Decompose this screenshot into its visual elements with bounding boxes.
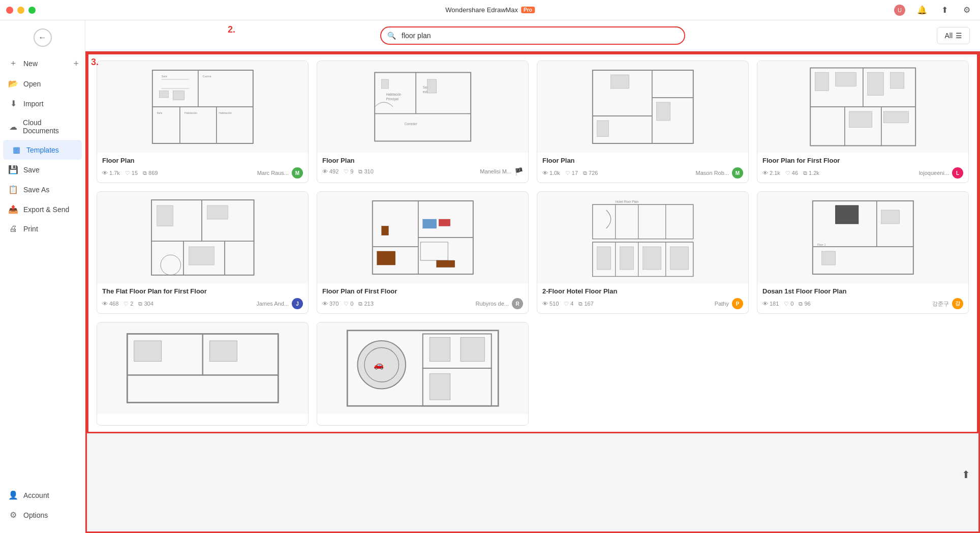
template-card-8[interactable]: Floor 1 Dosan 1st Floor Floor Plan 👁 181…: [757, 191, 969, 314]
sidebar: ← ＋ New + 📂 Open ⬇ Import ☁ Cloud Docume…: [0, 20, 85, 533]
share-icon[interactable]: ⬆: [937, 3, 952, 17]
app-title: Wondershare EdrawMax: [445, 6, 518, 14]
author-7: Pathy P: [715, 298, 743, 309]
sidebar-item-save-as[interactable]: 📋 Save As: [0, 180, 85, 199]
sidebar-item-import[interactable]: ⬇ Import: [0, 94, 85, 113]
template-title-7: 2-Floor Hotel Floor Plan: [542, 287, 743, 295]
template-info-10: [317, 414, 528, 425]
svg-rect-42: [815, 73, 829, 91]
template-meta-4: 👁 2.1k ♡ 46 ⧉ 1.2k lojoqueeni... L: [762, 167, 963, 179]
export-icon: 📤: [8, 204, 18, 214]
sidebar-item-print[interactable]: 🖨 Print: [0, 219, 85, 239]
template-thumb-6: [317, 192, 528, 283]
filter-button[interactable]: All ☰: [937, 27, 970, 44]
svg-text:🚗: 🚗: [373, 360, 384, 370]
template-thumb-10: 🚗: [317, 322, 528, 414]
svg-rect-66: [377, 251, 395, 265]
new-icon: ＋: [8, 58, 18, 69]
template-thumb-2: Habitación Principal Sala de estar Corre…: [317, 61, 528, 153]
user-avatar-icon[interactable]: U: [893, 3, 907, 17]
sidebar-print-label: Print: [23, 225, 38, 233]
scroll-up-button[interactable]: ⬆: [962, 468, 970, 481]
svg-rect-46: [849, 111, 872, 128]
search-wrapper: 🔍: [380, 26, 685, 45]
sidebar-item-new[interactable]: ＋ New +: [0, 53, 85, 74]
template-card-10[interactable]: 🚗: [317, 322, 529, 426]
sidebar-item-options[interactable]: ⚙ Options: [0, 505, 85, 525]
cloud-icon: ☁: [8, 122, 18, 132]
sidebar-item-account[interactable]: 👤 Account: [0, 485, 85, 505]
minimize-button[interactable]: [17, 7, 24, 14]
views-stat-1: 👁 1.7k: [102, 170, 120, 176]
sidebar-item-cloud[interactable]: ☁ Cloud Documents: [0, 113, 85, 140]
search-input[interactable]: [380, 26, 685, 45]
app-body: ← ＋ New + 📂 Open ⬇ Import ☁ Cloud Docume…: [0, 20, 980, 533]
avatar-3: M: [732, 167, 743, 179]
notification-icon[interactable]: 🔔: [915, 3, 929, 17]
svg-text:Habitación: Habitación: [185, 111, 197, 114]
svg-rect-26: [382, 79, 389, 88]
copies-stat-6: ⧉ 213: [358, 301, 373, 307]
views-stat-4: 👁 2.1k: [762, 170, 780, 176]
svg-rect-16: [173, 91, 185, 100]
template-card-6[interactable]: Floor Plan of First Floor 👁 370 ♡ 0 ⧉ 21…: [317, 191, 529, 314]
author-3: Mason Rob... M: [696, 167, 743, 179]
svg-rect-43: [836, 73, 856, 86]
template-info-8: Dosan 1st Floor Floor Plan 👁 181 ♡ 0 ⧉ 9…: [757, 283, 968, 313]
main-content: 2. 🔍 All ☰ 3.: [85, 20, 980, 533]
likes-stat-8: ♡ 0: [784, 301, 793, 307]
sidebar-item-templates[interactable]: ▦ Templates: [3, 140, 82, 160]
close-button[interactable]: [6, 7, 13, 14]
svg-rect-51: [151, 241, 183, 275]
template-card-9[interactable]: [97, 322, 309, 426]
likes-stat-2: ♡ 9: [344, 168, 353, 175]
back-button[interactable]: ←: [34, 28, 52, 47]
sidebar-new-label: New: [23, 60, 38, 68]
maximize-button[interactable]: [28, 7, 36, 14]
svg-rect-74: [666, 204, 693, 239]
sidebar-item-export[interactable]: 📤 Export & Send: [0, 199, 85, 219]
svg-rect-95: [127, 375, 278, 403]
template-card-2[interactable]: Habitación Principal Sala de estar Corre…: [317, 61, 529, 183]
step-3-label: 3.: [91, 57, 99, 68]
svg-rect-105: [461, 337, 484, 361]
svg-rect-57: [189, 247, 215, 265]
template-card-3[interactable]: Floor Plan 👁 1.0k ♡ 17 ⧉ 726 Mason Rob..…: [537, 61, 749, 183]
svg-rect-63: [423, 219, 437, 228]
svg-rect-83: [670, 247, 689, 270]
svg-rect-82: [643, 247, 661, 270]
template-card-7[interactable]: Hotel Floor Plan: [537, 191, 749, 314]
sidebar-item-save[interactable]: 💾 Save: [0, 160, 85, 180]
svg-rect-53: [225, 241, 254, 275]
svg-rect-67: [382, 226, 389, 235]
template-info-4: Floor Plan for First Floor 👁 2.1k ♡ 46 ⧉…: [757, 153, 968, 183]
svg-rect-65: [420, 242, 448, 260]
template-card-4[interactable]: Floor Plan for First Floor 👁 2.1k ♡ 46 ⧉…: [757, 61, 969, 183]
likes-stat-4: ♡ 46: [785, 170, 798, 176]
views-stat-7: 👁 510: [542, 301, 559, 307]
template-thumb-9: [97, 322, 308, 414]
template-title-4: Floor Plan for First Floor: [762, 157, 963, 164]
svg-rect-59: [373, 201, 418, 247]
templates-icon: ▦: [11, 145, 21, 155]
svg-rect-89: [881, 210, 900, 224]
template-card-5[interactable]: The Flat Floor Plan for First Floor 👁 46…: [97, 191, 309, 314]
svg-point-54: [161, 255, 181, 275]
search-area: 🔍 All ☰: [85, 20, 980, 51]
sidebar-item-open[interactable]: 📂 Open: [0, 74, 85, 94]
template-thumb-4: [757, 61, 968, 153]
template-title-2: Floor Plan: [322, 157, 523, 164]
svg-rect-68: [437, 260, 455, 268]
template-thumb-7: Hotel Floor Plan: [537, 192, 748, 283]
svg-text:Principal: Principal: [386, 97, 399, 101]
template-title-8: Dosan 1st Floor Floor Plan: [762, 287, 963, 295]
svg-rect-55: [157, 205, 173, 226]
template-thumb-5: [97, 192, 308, 283]
filter-label: All: [944, 32, 953, 40]
titlebar-right: U 🔔 ⬆ ⚙: [893, 3, 974, 17]
views-stat-6: 👁 370: [322, 301, 339, 307]
settings-icon[interactable]: ⚙: [960, 3, 974, 17]
svg-rect-39: [810, 107, 845, 146]
template-card-1[interactable]: Sala Cocina Baño Habitación Habitación F…: [97, 61, 309, 183]
template-meta-1: 👁 1.7k ♡ 15 ⧉ 869 Marc Raus... M: [102, 167, 303, 179]
